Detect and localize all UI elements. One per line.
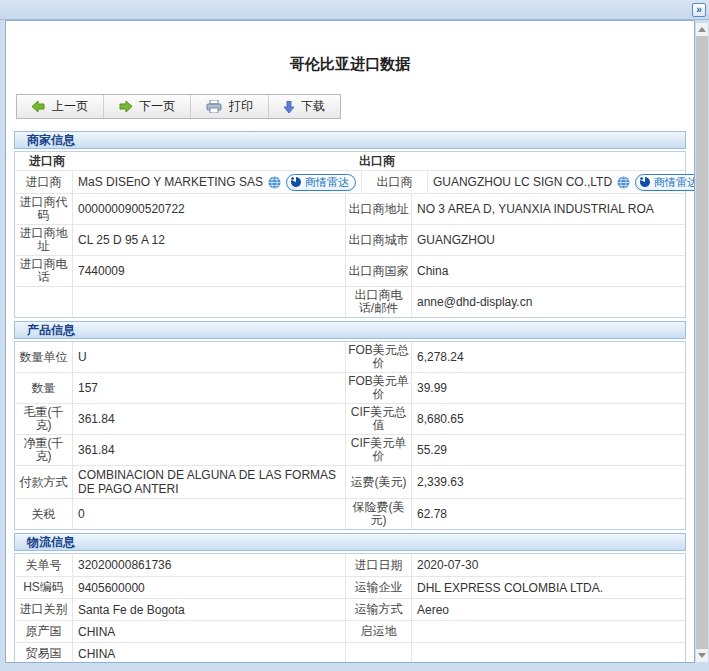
prev-page-label: 上一页 bbox=[52, 98, 88, 115]
table-row: 原产国 CHINA 启运地 bbox=[15, 620, 685, 642]
field-label: 原产国 bbox=[15, 621, 73, 642]
field-value: GUANGZHOU LC SIGN CO.,LTD 商情雷达 bbox=[428, 171, 695, 193]
table-row: 贸易国 CHINA bbox=[15, 642, 685, 663]
importer-column-header: 进口商 bbox=[15, 152, 351, 170]
printer-icon bbox=[206, 100, 222, 113]
field-label: 进口日期 bbox=[346, 554, 412, 576]
field-label: 运费(美元) bbox=[346, 466, 412, 498]
field-label: 付款方式 bbox=[15, 466, 73, 498]
section-logistics: 物流信息 关单号 32020000861736 进口日期 2020-07-30 … bbox=[14, 533, 686, 663]
importer-name: MaS DISEnO Y MARKETING SAS bbox=[78, 175, 263, 189]
field-label: 进口商 bbox=[15, 171, 73, 193]
field-value: 0000000900520722 bbox=[73, 194, 346, 224]
section-logistics-header: 物流信息 bbox=[14, 533, 686, 551]
field-value bbox=[412, 621, 685, 642]
vertical-scrollbar[interactable] bbox=[696, 23, 708, 662]
field-value: 39.99 bbox=[412, 373, 685, 403]
exporter-column-header: 出口商 bbox=[351, 152, 685, 170]
field-label: 净重(千克) bbox=[15, 435, 73, 465]
table-row: 出口商电话/邮件 anne@dhd-display.cn bbox=[15, 286, 685, 317]
field-label: 数量 bbox=[15, 373, 73, 403]
field-label: 出口商国家 bbox=[346, 256, 412, 286]
field-label: 出口商 bbox=[362, 171, 428, 193]
field-value: GUANGZHOU bbox=[412, 225, 685, 255]
field-value: 55.29 bbox=[412, 435, 685, 465]
field-label: CIF美元总值 bbox=[346, 404, 412, 434]
expand-button[interactable]: » bbox=[692, 3, 706, 17]
field-value: 0 bbox=[73, 499, 346, 529]
field-value: 32020000861736 bbox=[73, 554, 346, 576]
field-label: 毛重(千克) bbox=[15, 404, 73, 434]
globe-icon[interactable] bbox=[617, 176, 630, 189]
field-value: U bbox=[73, 342, 346, 372]
field-value: 2020-07-30 bbox=[412, 554, 685, 576]
main-content: 哥伦比亚进口数据 上一页 下一页 打印 bbox=[5, 20, 695, 663]
field-label: 关税 bbox=[15, 499, 73, 529]
field-value: Santa Fe de Bogota bbox=[73, 599, 346, 620]
globe-icon[interactable] bbox=[268, 176, 281, 189]
field-label: CIF美元单价 bbox=[346, 435, 412, 465]
radar-button[interactable]: 商情雷达 bbox=[635, 174, 695, 191]
field-label: 运输企业 bbox=[346, 577, 412, 598]
field-value: 7440009 bbox=[73, 256, 346, 286]
scroll-down-button[interactable] bbox=[696, 649, 708, 662]
field-label: 关单号 bbox=[15, 554, 73, 576]
download-button[interactable]: 下载 bbox=[269, 95, 340, 118]
arrow-right-icon bbox=[119, 101, 132, 112]
field-value: CHINA bbox=[73, 621, 346, 642]
field-value: DHL EXPRESS COLOMBIA LTDA. bbox=[412, 577, 685, 598]
field-value: 157 bbox=[73, 373, 346, 403]
logistics-table: 关单号 32020000861736 进口日期 2020-07-30 HS编码 … bbox=[14, 553, 686, 663]
table-row: 净重(千克) 361.84 CIF美元单价 55.29 bbox=[15, 434, 685, 465]
field-label: FOB美元总价 bbox=[346, 342, 412, 372]
merchant-table: 进口商 出口商 进口商 MaS DISEnO Y MARKETING SAS 商… bbox=[14, 151, 686, 318]
arrow-down-icon bbox=[284, 101, 294, 113]
print-label: 打印 bbox=[229, 98, 253, 115]
scroll-up-button[interactable] bbox=[696, 23, 708, 36]
field-value: CL 25 D 95 A 12 bbox=[73, 225, 346, 255]
scrollbar-thumb[interactable] bbox=[696, 36, 708, 649]
table-header-row: 进口商 出口商 bbox=[15, 152, 685, 171]
section-merchant-header: 商家信息 bbox=[14, 131, 686, 149]
field-label: 进口商电话 bbox=[15, 256, 73, 286]
field-label bbox=[15, 287, 73, 317]
field-value: Aereo bbox=[412, 599, 685, 620]
radar-icon bbox=[639, 176, 651, 188]
arrow-left-icon bbox=[32, 101, 45, 112]
field-value: anne@dhd-display.cn bbox=[412, 287, 685, 317]
download-label: 下载 bbox=[301, 98, 325, 115]
field-value: 361.84 bbox=[73, 435, 346, 465]
next-page-button[interactable]: 下一页 bbox=[104, 95, 191, 118]
section-merchant: 商家信息 进口商 出口商 进口商 MaS DISEnO Y MARKETING … bbox=[14, 131, 686, 318]
section-product: 产品信息 数量单位 U FOB美元总价 6,278.24 数量 157 FOB美… bbox=[14, 321, 686, 530]
print-button[interactable]: 打印 bbox=[191, 95, 269, 118]
field-value bbox=[412, 643, 685, 663]
field-value bbox=[73, 287, 346, 317]
table-row: 进口商代码 0000000900520722 出口商地址 NO 3 AREA D… bbox=[15, 193, 685, 224]
product-table: 数量单位 U FOB美元总价 6,278.24 数量 157 FOB美元单价 3… bbox=[14, 341, 686, 530]
field-value: 8,680.65 bbox=[412, 404, 685, 434]
prev-page-button[interactable]: 上一页 bbox=[17, 95, 104, 118]
next-page-label: 下一页 bbox=[139, 98, 175, 115]
toolbar: 上一页 下一页 打印 下载 bbox=[16, 94, 341, 119]
field-label: 启运地 bbox=[346, 621, 412, 642]
table-row: 进口商电话 7440009 出口商国家 China bbox=[15, 255, 685, 286]
table-row: HS编码 9405600000 运输企业 DHL EXPRESS COLOMBI… bbox=[15, 576, 685, 598]
exporter-name: GUANGZHOU LC SIGN CO.,LTD bbox=[433, 175, 612, 189]
field-value: 361.84 bbox=[73, 404, 346, 434]
table-row: 进口商 MaS DISEnO Y MARKETING SAS 商情雷达 出口商 … bbox=[15, 171, 685, 193]
field-value: China bbox=[412, 256, 685, 286]
table-row: 关单号 32020000861736 进口日期 2020-07-30 bbox=[15, 554, 685, 576]
table-row: 付款方式 COMBINACION DE ALGUNA DE LAS FORMAS… bbox=[15, 465, 685, 498]
radar-label: 商情雷达 bbox=[305, 175, 349, 189]
field-label: 出口商地址 bbox=[346, 194, 412, 224]
field-label: 保险费(美元) bbox=[346, 499, 412, 529]
field-label: 运输方式 bbox=[346, 599, 412, 620]
table-row: 数量 157 FOB美元单价 39.99 bbox=[15, 372, 685, 403]
field-value: NO 3 AREA D, YUANXIA INDUSTRIAL ROA bbox=[412, 194, 685, 224]
field-value: MaS DISEnO Y MARKETING SAS 商情雷达 bbox=[73, 171, 362, 193]
radar-icon bbox=[290, 176, 302, 188]
field-value: 9405600000 bbox=[73, 577, 346, 598]
field-label: 数量单位 bbox=[15, 342, 73, 372]
radar-button[interactable]: 商情雷达 bbox=[286, 174, 356, 191]
